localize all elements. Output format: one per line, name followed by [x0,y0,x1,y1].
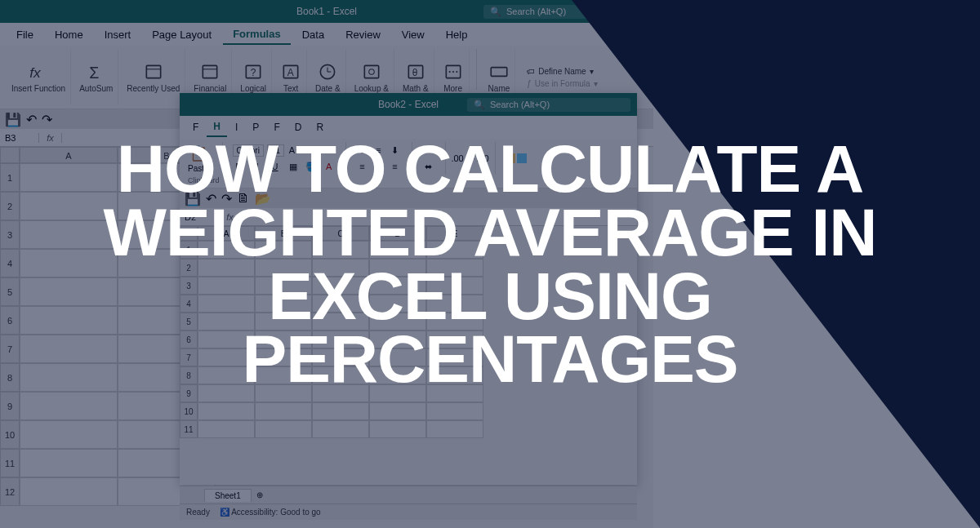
headline-container: HOW TO CALCULATE A WEIGHTED AVERAGE IN E… [0,0,980,528]
headline-text: HOW TO CALCULATE A WEIGHTED AVERAGE IN E… [24,137,956,392]
